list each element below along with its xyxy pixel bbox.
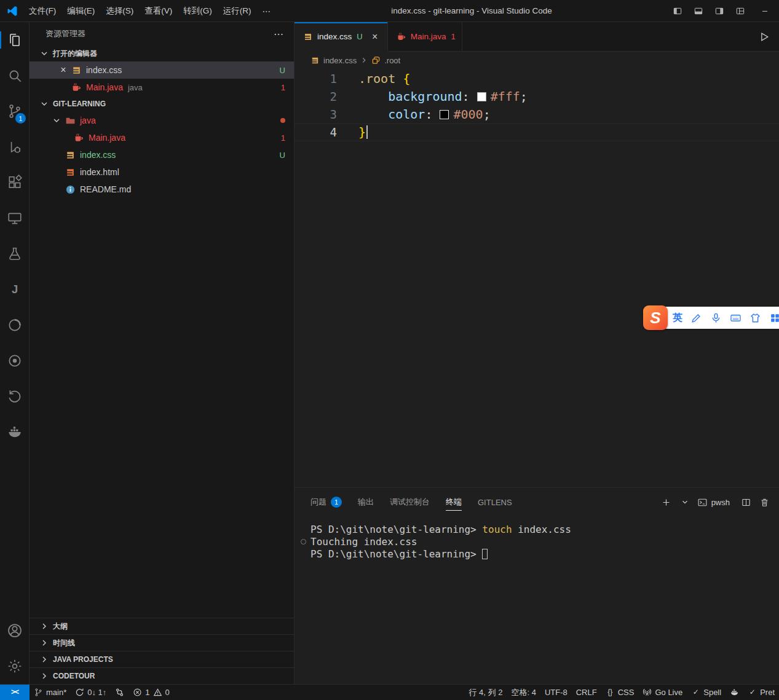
timeline-icon xyxy=(7,388,23,404)
command-decoration[interactable] xyxy=(301,539,306,545)
section-时间线[interactable]: 时间线 xyxy=(30,634,294,651)
tree-item-index.html[interactable]: index.html xyxy=(30,163,294,181)
more-actions-button[interactable]: ⋯ xyxy=(272,27,285,41)
toolbox-icon[interactable] xyxy=(769,312,779,324)
status-indentation[interactable]: 空格: 4 xyxy=(507,685,540,700)
voice-input-icon[interactable] xyxy=(710,312,722,324)
customize-layout-button[interactable] xyxy=(730,0,751,22)
modified-dot xyxy=(280,118,285,123)
ime-language-toggle[interactable]: 英 xyxy=(673,312,682,324)
status-go-live[interactable]: Go Live xyxy=(638,685,687,700)
run-file-button[interactable] xyxy=(758,31,770,43)
status-remote-indicator[interactable]: >< xyxy=(0,685,30,700)
kill-terminal-button[interactable] xyxy=(757,495,772,509)
activity-java[interactable]: J xyxy=(0,272,29,307)
code-editor[interactable]: 1.root {2 background: #fff;3 color: #000… xyxy=(295,69,779,487)
terminal[interactable]: PS D:\git\note\git-learning> touch index… xyxy=(295,516,779,684)
terminal-cursor xyxy=(482,549,488,559)
decoration-badge: 1 xyxy=(451,32,455,41)
tab-Main.java[interactable]: Main.java1 xyxy=(388,22,462,51)
new-terminal-button[interactable] xyxy=(659,495,674,509)
activity-timeline[interactable] xyxy=(0,379,29,414)
activity-extensions[interactable] xyxy=(0,165,29,200)
activity-run-debug[interactable] xyxy=(0,129,29,165)
activity-remote-explorer[interactable] xyxy=(0,200,29,236)
breadcrumb-file[interactable]: index.css xyxy=(323,56,357,65)
activity-search[interactable] xyxy=(0,58,29,93)
open-editor-index.css[interactable]: ×index.cssU xyxy=(30,61,294,79)
panel-tab-GITLENS[interactable]: GITLENS xyxy=(478,488,512,516)
status-spell-checker[interactable]: ✓Spell xyxy=(687,685,726,700)
breadcrumb[interactable]: index.css .root xyxy=(295,52,779,69)
open-editor-Main.java[interactable]: Main.javajava1 xyxy=(30,79,294,96)
sogou-logo[interactable]: S xyxy=(643,305,668,330)
code-line-2[interactable]: 2 background: #fff; xyxy=(295,88,779,106)
panel-tab-调试控制台[interactable]: 调试控制台 xyxy=(390,488,430,516)
terminal-profile-dropdown[interactable] xyxy=(678,495,692,509)
close-icon[interactable]: × xyxy=(369,31,381,43)
status-prettier[interactable]: ✓Pret xyxy=(743,685,779,700)
activity-settings[interactable] xyxy=(0,648,29,684)
activity-docker[interactable] xyxy=(0,414,29,450)
handwriting-icon[interactable] xyxy=(690,312,702,324)
activity-screencast[interactable] xyxy=(0,343,29,379)
tree-item-Main.java[interactable]: Main.java1 xyxy=(30,129,294,146)
status-sync-changes[interactable]: 0↓ 1↑ xyxy=(71,685,111,700)
panel-tab-输出[interactable]: 输出 xyxy=(358,488,374,516)
toggle-primary-sidebar-button[interactable] xyxy=(667,0,688,22)
tab-index.css[interactable]: index.cssU× xyxy=(295,22,388,52)
menu-item-查看(V)[interactable]: 查看(V) xyxy=(139,6,178,17)
menu-item-转到(G)[interactable]: 转到(G) xyxy=(178,6,218,17)
toggle-panel-button[interactable] xyxy=(688,0,709,22)
menu-item-编辑(E)[interactable]: 编辑(E) xyxy=(61,6,100,17)
terminal-tab-pwsh[interactable]: pwsh xyxy=(697,497,730,508)
menu-item-运行(R)[interactable]: 运行(R) xyxy=(218,6,257,17)
section-label: 大纲 xyxy=(53,621,68,632)
activity-source-control[interactable]: 1 xyxy=(0,93,29,129)
code-line-1[interactable]: 1.root { xyxy=(295,70,779,88)
toggle-secondary-sidebar-button[interactable] xyxy=(709,0,730,22)
remote-icon: >< xyxy=(10,688,20,697)
breadcrumb-symbol[interactable]: .root xyxy=(384,56,400,65)
code-line-3[interactable]: 3 color: #000; xyxy=(295,106,779,124)
close-icon[interactable]: × xyxy=(57,63,70,77)
skin-icon[interactable] xyxy=(749,312,761,324)
activity-accounts[interactable] xyxy=(0,613,29,648)
status-cursor-position[interactable]: 行 4, 列 2 xyxy=(465,685,507,700)
panel-actions: pwsh xyxy=(655,495,772,509)
status-language-mode[interactable]: {}CSS xyxy=(601,685,639,700)
tree-item-README.md[interactable]: README.md xyxy=(30,181,294,198)
chevron-right-icon xyxy=(39,638,53,648)
section-JAVA PROJECTS[interactable]: JAVA PROJECTS xyxy=(30,651,294,667)
status-docker[interactable] xyxy=(726,685,743,700)
menu-item-⋯[interactable]: ⋯ xyxy=(257,6,277,16)
panel-tab-终端[interactable]: 终端 xyxy=(446,488,462,516)
status-encoding[interactable]: UTF-8 xyxy=(540,685,572,700)
open-editors-header[interactable]: 打开的编辑器 xyxy=(30,45,294,61)
decoration-badge: U xyxy=(357,32,362,41)
status-scm-graph[interactable] xyxy=(111,685,129,700)
project-header[interactable]: GIT-LEARNING xyxy=(30,96,294,112)
activity-testing[interactable] xyxy=(0,236,29,272)
tree-item-java[interactable]: java xyxy=(30,112,294,129)
color-swatch[interactable] xyxy=(477,92,486,101)
panel-tab-问题[interactable]: 问题1 xyxy=(310,488,342,516)
menu-item-文件(F)[interactable]: 文件(F) xyxy=(23,6,61,17)
color-swatch[interactable] xyxy=(440,110,449,119)
status-eol[interactable]: CRLF xyxy=(572,685,601,700)
ime-toolbar[interactable]: S 英 xyxy=(643,305,779,330)
tree-item-index.css[interactable]: index.cssU xyxy=(30,146,294,163)
menu-item-选择(S)[interactable]: 选择(S) xyxy=(100,6,139,17)
virtual-keyboard-icon[interactable] xyxy=(730,312,741,324)
split-terminal-button[interactable] xyxy=(738,495,753,509)
section-CODETOUR[interactable]: CODETOUR xyxy=(30,667,294,684)
activity-gradle[interactable] xyxy=(0,307,29,343)
code-line-4[interactable]: 4} xyxy=(295,124,779,141)
activity-explorer[interactable] xyxy=(0,22,29,58)
line-number: 2 xyxy=(295,88,358,106)
minimize-button[interactable] xyxy=(751,0,779,22)
status-problems[interactable]: 10 xyxy=(129,685,173,700)
status-git-branch[interactable]: main* xyxy=(30,685,71,700)
section-大纲[interactable]: 大纲 xyxy=(30,618,294,634)
panel-tab-label: 输出 xyxy=(358,497,374,508)
